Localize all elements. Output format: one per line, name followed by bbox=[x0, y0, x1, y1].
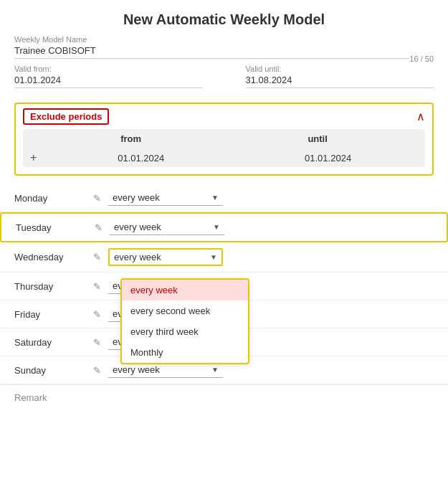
exclude-collapse-icon[interactable]: ∧ bbox=[416, 110, 425, 123]
exclude-col-from: from bbox=[120, 133, 141, 144]
dropdown-option-monthly[interactable]: Monthly bbox=[122, 342, 248, 363]
exclude-periods-label[interactable]: Exclude periods bbox=[23, 108, 109, 125]
monday-frequency-select[interactable]: every week ▼ bbox=[108, 190, 223, 206]
sunday-chevron-icon: ▼ bbox=[211, 366, 219, 374]
edit-thursday-icon[interactable]: ✎ bbox=[93, 281, 101, 292]
day-name-tuesday: Tuesday bbox=[16, 222, 95, 233]
tuesday-frequency-select[interactable]: every week ▼ bbox=[110, 219, 224, 235]
exclude-table: from until + 01.01.2024 01.01.2024 bbox=[23, 129, 425, 167]
weekly-model-name-label: Weekly Model Name bbox=[14, 35, 434, 44]
sunday-frequency-select[interactable]: every week ▼ bbox=[108, 362, 223, 378]
valid-from-label: Valid from: bbox=[14, 65, 203, 73]
day-row-monday: Monday ✎ every week ▼ Zeitraum Status — … bbox=[0, 184, 448, 212]
edit-tuesday-icon[interactable]: ✎ bbox=[95, 222, 103, 233]
exclude-add-icon[interactable]: + bbox=[30, 151, 37, 164]
monday-frequency-value: every week bbox=[113, 192, 160, 203]
wednesday-frequency-select[interactable]: every week ▼ bbox=[108, 248, 223, 266]
dropdown-option-every-third-week[interactable]: every third week bbox=[122, 321, 248, 342]
weekly-model-name-value: Trainee COBISOFT bbox=[14, 45, 409, 59]
char-count: 16 / 50 bbox=[409, 55, 434, 63]
edit-friday-icon[interactable]: ✎ bbox=[93, 309, 101, 320]
day-row-wednesday: Wednesday ✎ every week ▼ every week ever… bbox=[0, 242, 448, 273]
remark-label: Remark bbox=[14, 392, 47, 403]
exclude-periods-section: Exclude periods ∧ from until + 01.01.202… bbox=[14, 103, 434, 176]
page-title: New Automatic Weekly Model bbox=[0, 0, 448, 35]
valid-until-value: 31.08.2024 bbox=[246, 75, 434, 88]
day-name-monday: Monday bbox=[14, 193, 93, 204]
edit-sunday-icon[interactable]: ✎ bbox=[93, 365, 101, 376]
exclude-row: + 01.01.2024 01.01.2024 bbox=[23, 148, 425, 167]
edit-saturday-icon[interactable]: ✎ bbox=[93, 337, 101, 348]
exclude-col-until: until bbox=[308, 133, 327, 144]
edit-wednesday-icon[interactable]: ✎ bbox=[93, 252, 101, 262]
day-row-tuesday: Tuesday ✎ every week ▼ bbox=[0, 212, 448, 242]
sunday-frequency-value: every week bbox=[113, 364, 160, 375]
valid-until-label: Valid until: bbox=[246, 65, 434, 73]
dropdown-option-every-second-week[interactable]: every second week bbox=[122, 300, 248, 321]
edit-monday-icon[interactable]: ✎ bbox=[93, 193, 101, 204]
monday-chevron-icon: ▼ bbox=[211, 194, 219, 202]
wednesday-frequency-value: every week bbox=[114, 252, 161, 262]
day-name-wednesday: Wednesday bbox=[14, 252, 93, 262]
exclude-from-date: 01.01.2024 bbox=[51, 153, 231, 164]
remark-section: Remark bbox=[0, 384, 448, 410]
day-name-sunday: Sunday bbox=[14, 365, 93, 376]
valid-from-value: 01.01.2024 bbox=[14, 75, 203, 88]
day-name-saturday: Saturday bbox=[14, 337, 93, 348]
wednesday-chevron-icon: ▼ bbox=[210, 253, 217, 261]
day-name-thursday: Thursday bbox=[14, 281, 93, 292]
tuesday-frequency-value: every week bbox=[114, 222, 161, 232]
tuesday-chevron-icon: ▼ bbox=[213, 223, 220, 231]
frequency-dropdown: every week every second week every third… bbox=[120, 278, 249, 364]
dropdown-option-every-week[interactable]: every week bbox=[122, 280, 248, 300]
day-name-friday: Friday bbox=[14, 309, 93, 320]
exclude-until-date: 01.01.2024 bbox=[238, 153, 418, 164]
